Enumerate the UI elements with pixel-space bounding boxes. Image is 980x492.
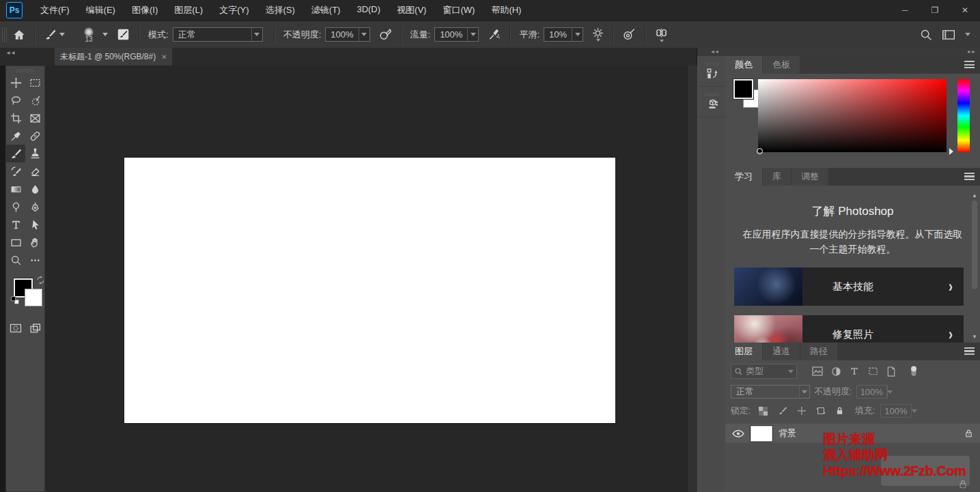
- lock-pixels-button[interactable]: [776, 404, 789, 418]
- tab-color[interactable]: 颜色: [725, 56, 762, 74]
- airbrush-button[interactable]: [484, 25, 504, 45]
- layer-fill-input[interactable]: 100%: [880, 404, 912, 418]
- menu-select[interactable]: 选择(S): [265, 4, 294, 16]
- type-tool[interactable]: [6, 216, 25, 233]
- menu-filter[interactable]: 滤镜(T): [311, 4, 341, 16]
- layer-filter-type-select[interactable]: 类型: [731, 364, 797, 379]
- default-colors-icon[interactable]: [11, 296, 19, 304]
- 3d-panel-button[interactable]: [699, 87, 725, 117]
- toggle-brush-settings-button[interactable]: [113, 25, 133, 45]
- layer-blend-mode-select[interactable]: 正常: [731, 385, 810, 399]
- workspace-icon[interactable]: [942, 29, 955, 41]
- document-tab[interactable]: 未标题-1 @ 50%(RGB/8#) ✕: [55, 48, 172, 66]
- layer-thumbnail[interactable]: [751, 426, 772, 442]
- filter-pixel-layers-button[interactable]: [811, 364, 824, 378]
- tab-paths[interactable]: 路径: [800, 343, 837, 360]
- lock-transparency-button[interactable]: [757, 404, 770, 418]
- chevron-down-icon[interactable]: [965, 33, 970, 36]
- brush-tool[interactable]: [6, 145, 25, 162]
- frame-tool[interactable]: [25, 109, 44, 127]
- screen-mode-button[interactable]: [25, 319, 44, 337]
- close-document-icon[interactable]: ✕: [161, 53, 167, 61]
- hand-tool[interactable]: [25, 233, 44, 251]
- canvas[interactable]: [124, 158, 615, 423]
- dodge-tool[interactable]: [6, 198, 25, 216]
- learn-card-basics[interactable]: 基本技能 ›: [734, 267, 964, 306]
- quick-mask-button[interactable]: [6, 319, 25, 337]
- blend-mode-select[interactable]: 正常: [173, 27, 263, 42]
- minimize-button[interactable]: ─: [890, 0, 920, 20]
- document-vertical-scrollbar[interactable]: [687, 66, 698, 492]
- tab-swatches[interactable]: 色板: [763, 56, 800, 74]
- swap-colors-icon[interactable]: [36, 276, 45, 285]
- rectangular-marquee-tool[interactable]: [25, 74, 44, 91]
- filter-type-layers-button[interactable]: [848, 364, 861, 378]
- chevron-down-icon[interactable]: [102, 33, 108, 36]
- foreground-color-swatch[interactable]: [733, 79, 753, 99]
- maximize-button[interactable]: ❐: [920, 0, 950, 20]
- menu-file[interactable]: 文件(F): [40, 4, 70, 16]
- lock-position-button[interactable]: [795, 404, 809, 418]
- collapse-toolbar-button[interactable]: ◄◄: [5, 50, 15, 56]
- filter-smart-objects-button[interactable]: [884, 364, 898, 378]
- menu-window[interactable]: 窗口(W): [443, 4, 475, 16]
- color-field-cursor[interactable]: [757, 148, 763, 154]
- toolbar-grip[interactable]: [16, 69, 34, 72]
- smoothing-options-button[interactable]: [589, 25, 607, 45]
- flow-input[interactable]: 100%: [434, 27, 479, 42]
- gradient-tool[interactable]: [6, 180, 25, 198]
- menu-edit[interactable]: 编辑(E): [86, 4, 115, 16]
- options-bar-grip[interactable]: [2, 27, 7, 42]
- opacity-input[interactable]: 100%: [325, 27, 369, 42]
- blur-tool[interactable]: [25, 180, 44, 198]
- spot-healing-brush-tool[interactable]: [25, 127, 44, 145]
- tablet-pressure-size-button[interactable]: [619, 25, 639, 45]
- scroll-down-icon[interactable]: ▼: [972, 334, 977, 340]
- collapse-icon-strip-button[interactable]: ◄◄: [710, 49, 718, 54]
- rectangle-shape-tool[interactable]: [6, 233, 25, 251]
- home-button[interactable]: [10, 25, 29, 45]
- lock-all-button[interactable]: [833, 404, 847, 418]
- learn-scrollbar[interactable]: ▲ ▼: [970, 192, 979, 340]
- menu-help[interactable]: 帮助(H): [491, 4, 521, 16]
- paint-symmetry-button[interactable]: [652, 25, 671, 45]
- pen-tool[interactable]: [25, 198, 44, 216]
- tab-channels[interactable]: 通道: [763, 343, 800, 360]
- visibility-eye-icon[interactable]: [732, 429, 744, 438]
- clone-stamp-tool[interactable]: [25, 145, 44, 162]
- tab-layers[interactable]: 图层: [725, 343, 762, 360]
- scroll-up-icon[interactable]: ▲: [972, 192, 977, 199]
- panel-menu-icon[interactable]: [964, 61, 975, 68]
- tab-learn[interactable]: 学习: [725, 168, 762, 186]
- history-brush-tool[interactable]: [6, 162, 25, 180]
- smoothing-input[interactable]: 10%: [544, 27, 583, 42]
- quick-selection-tool[interactable]: [25, 91, 44, 109]
- close-button[interactable]: ✕: [950, 0, 980, 20]
- menu-view[interactable]: 视图(V): [397, 4, 426, 16]
- tab-libraries[interactable]: 库: [763, 168, 791, 186]
- tab-adjustments[interactable]: 调整: [792, 168, 828, 186]
- edit-toolbar-button[interactable]: [25, 251, 44, 269]
- filter-adjustment-layers-button[interactable]: [829, 364, 843, 378]
- layer-opacity-input[interactable]: 100%: [856, 385, 888, 399]
- menu-3d[interactable]: 3D(D): [356, 4, 380, 16]
- menu-type[interactable]: 文字(Y): [219, 4, 249, 16]
- eyedropper-tool[interactable]: [6, 127, 25, 145]
- eraser-tool[interactable]: [25, 162, 44, 180]
- hue-ramp[interactable]: [957, 79, 970, 152]
- tablet-pressure-opacity-button[interactable]: [376, 25, 395, 45]
- brush-preset-picker[interactable]: 13: [78, 25, 100, 45]
- menu-image[interactable]: 图像(I): [132, 4, 158, 16]
- learn-card-repair[interactable]: 修复照片 ›: [734, 315, 964, 343]
- background-color-swatch[interactable]: [25, 289, 42, 306]
- zoom-tool[interactable]: [6, 251, 25, 269]
- layer-filter-toggle[interactable]: [907, 364, 921, 378]
- panel-menu-icon[interactable]: [964, 173, 975, 180]
- crop-tool[interactable]: [6, 109, 25, 127]
- search-icon[interactable]: [920, 29, 932, 41]
- brush-tool-preset-button[interactable]: [41, 25, 68, 45]
- path-selection-tool[interactable]: [25, 216, 44, 233]
- menu-layer[interactable]: 图层(L): [174, 4, 203, 16]
- history-panel-button[interactable]: [699, 56, 725, 87]
- lasso-tool[interactable]: [6, 91, 25, 109]
